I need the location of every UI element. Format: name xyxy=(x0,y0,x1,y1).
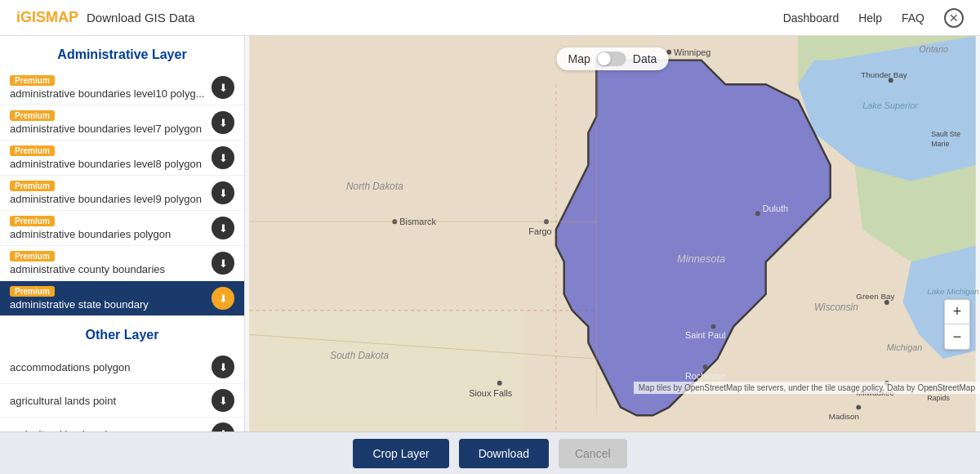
crop-layer-button[interactable]: Crop Layer xyxy=(353,439,448,468)
layer-name: accommodations polygon xyxy=(10,361,212,373)
download-button[interactable]: Download xyxy=(459,439,549,468)
cancel-button[interactable]: Cancel xyxy=(559,439,627,468)
svg-text:Lake Michigan: Lake Michigan xyxy=(927,287,979,296)
svg-text:Sioux Falls: Sioux Falls xyxy=(469,388,513,398)
admin-layer-item-3[interactable]: Premium administrative boundaries level8… xyxy=(0,141,244,176)
premium-badge: Premium xyxy=(10,286,55,297)
app-title: Download GIS Data xyxy=(87,11,195,25)
svg-text:Duluth: Duluth xyxy=(763,203,788,213)
bottom-bar: Crop Layer Download Cancel xyxy=(0,432,980,474)
svg-text:South Dakota: South Dakota xyxy=(330,350,389,361)
admin-layer-item-5[interactable]: Premium administrative boundaries polygo… xyxy=(0,211,244,246)
layer-name: administrative boundaries level7 polygon xyxy=(10,123,212,135)
admin-layer-item-4[interactable]: Premium administrative boundaries level9… xyxy=(0,176,244,211)
layer-name: administrative boundaries level8 polygon xyxy=(10,158,212,170)
svg-text:Green Bay: Green Bay xyxy=(856,292,894,301)
layer-name: administrative boundaries polygon xyxy=(10,228,212,240)
premium-badge: Premium xyxy=(10,145,55,156)
toggle-knob xyxy=(598,52,611,65)
layer-left: accommodations polygon xyxy=(10,361,212,373)
premium-badge: Premium xyxy=(10,181,55,191)
svg-text:Sault Ste: Sault Ste xyxy=(931,130,960,138)
layer-left: Premium administrative boundaries level7… xyxy=(10,110,212,135)
toggle-map-label: Map xyxy=(568,52,590,65)
app-logo: iGISMAP xyxy=(16,9,78,26)
premium-badge: Premium xyxy=(10,110,55,121)
svg-point-23 xyxy=(497,381,502,386)
map-container: Map Data xyxy=(245,36,980,432)
sidebar: Administrative Layer Premium administrat… xyxy=(0,36,245,432)
svg-text:Minnesota: Minnesota xyxy=(677,253,725,265)
download-icon[interactable]: ⬇ xyxy=(212,76,234,99)
svg-text:Michigan: Michigan xyxy=(887,342,922,352)
other-layers-list: accommodations polygon ⬇ agricultural la… xyxy=(0,351,244,432)
map-data-toggle[interactable]: Map Data xyxy=(557,47,669,70)
download-icon[interactable]: ⬇ xyxy=(212,146,234,169)
admin-layer-title: Administrative Layer xyxy=(0,36,244,70)
download-icon[interactable]: ⬇ xyxy=(212,423,234,432)
other-layer-item-9[interactable]: agricultural lands point ⬇ xyxy=(0,384,244,418)
close-button[interactable]: ✕ xyxy=(944,8,964,28)
download-icon[interactable]: ⬇ xyxy=(212,287,234,310)
svg-text:Wisconsin: Wisconsin xyxy=(814,302,858,313)
premium-badge: Premium xyxy=(10,251,55,262)
zoom-out-button[interactable]: − xyxy=(945,324,969,349)
premium-badge: Premium xyxy=(10,75,55,86)
svg-text:Madison: Madison xyxy=(829,412,859,421)
nav-help[interactable]: Help xyxy=(858,11,882,25)
admin-layer-item-1[interactable]: Premium administrative boundaries level1… xyxy=(0,70,244,105)
download-icon[interactable]: ⬇ xyxy=(212,181,234,204)
layer-left: Premium administrative state boundary xyxy=(10,286,212,311)
map-attribution: Map tiles by OpenStreetMap tile servers,… xyxy=(634,382,980,394)
svg-text:Thunder Bay: Thunder Bay xyxy=(861,70,907,79)
download-icon[interactable]: ⬇ xyxy=(212,111,234,134)
main-content: Administrative Layer Premium administrat… xyxy=(0,36,980,432)
download-icon[interactable]: ⬇ xyxy=(212,389,234,412)
layer-left: Premium administrative county boundaries xyxy=(10,251,212,275)
svg-text:Rapids: Rapids xyxy=(927,394,950,402)
svg-text:Ontario: Ontario xyxy=(919,44,948,54)
layer-left: Premium administrative boundaries polygo… xyxy=(10,216,212,240)
layer-name: administrative boundaries level10 polyg.… xyxy=(10,87,212,100)
download-icon[interactable]: ⬇ xyxy=(212,217,234,239)
toggle-switch[interactable] xyxy=(597,51,626,66)
svg-rect-8 xyxy=(250,311,524,432)
svg-text:Rochester: Rochester xyxy=(685,371,726,381)
svg-text:Marie: Marie xyxy=(931,140,949,148)
nav-dashboard[interactable]: Dashboard xyxy=(783,11,840,25)
layer-name: administrative county boundaries xyxy=(10,263,212,275)
other-layer-item-8[interactable]: accommodations polygon ⬇ xyxy=(0,351,244,384)
zoom-in-button[interactable]: + xyxy=(945,300,969,324)
layer-left: agricultural lands point xyxy=(10,395,212,407)
svg-point-19 xyxy=(755,211,760,216)
admin-layer-item-2[interactable]: Premium administrative boundaries level7… xyxy=(0,105,244,141)
other-layer-title: Other Layer xyxy=(0,316,244,351)
svg-text:North Dakota: North Dakota xyxy=(346,181,403,192)
map-svg: Winnipeg Thunder Bay North Dakota Bismar… xyxy=(245,36,980,432)
toggle-data-label: Data xyxy=(633,52,657,65)
logo-rest: GISMAP xyxy=(20,9,78,25)
svg-text:Fargo: Fargo xyxy=(528,226,551,236)
layer-name: agricultural lands point xyxy=(10,395,212,407)
nav-faq[interactable]: FAQ xyxy=(902,11,924,25)
svg-text:Winnipeg: Winnipeg xyxy=(674,47,710,57)
svg-text:Saint Paul: Saint Paul xyxy=(685,330,726,340)
svg-rect-7 xyxy=(250,84,524,311)
admin-layer-item-7[interactable]: Premium administrative state boundary ⬇ xyxy=(0,281,244,316)
other-layer-item-10[interactable]: agricultural lands polygon ⬇ xyxy=(0,418,244,432)
download-icon[interactable]: ⬇ xyxy=(212,356,234,378)
download-icon[interactable]: ⬇ xyxy=(212,252,234,275)
layer-name: administrative boundaries level9 polygon xyxy=(10,193,212,205)
premium-badge: Premium xyxy=(10,216,55,226)
admin-layer-item-6[interactable]: Premium administrative county boundaries… xyxy=(0,246,244,281)
svg-point-25 xyxy=(711,324,716,329)
close-icon: ✕ xyxy=(949,11,959,25)
layer-left: Premium administrative boundaries level1… xyxy=(10,75,212,100)
app-header: iGISMAP Download GIS Data Dashboard Help… xyxy=(0,0,980,36)
svg-point-37 xyxy=(856,405,861,409)
layer-name: administrative state boundary xyxy=(10,298,212,311)
header-nav: Dashboard Help FAQ ✕ xyxy=(783,8,964,28)
layer-left: Premium administrative boundaries level9… xyxy=(10,181,212,205)
admin-layers-list: Premium administrative boundaries level1… xyxy=(0,70,244,316)
layer-left: Premium administrative boundaries level8… xyxy=(10,145,212,170)
